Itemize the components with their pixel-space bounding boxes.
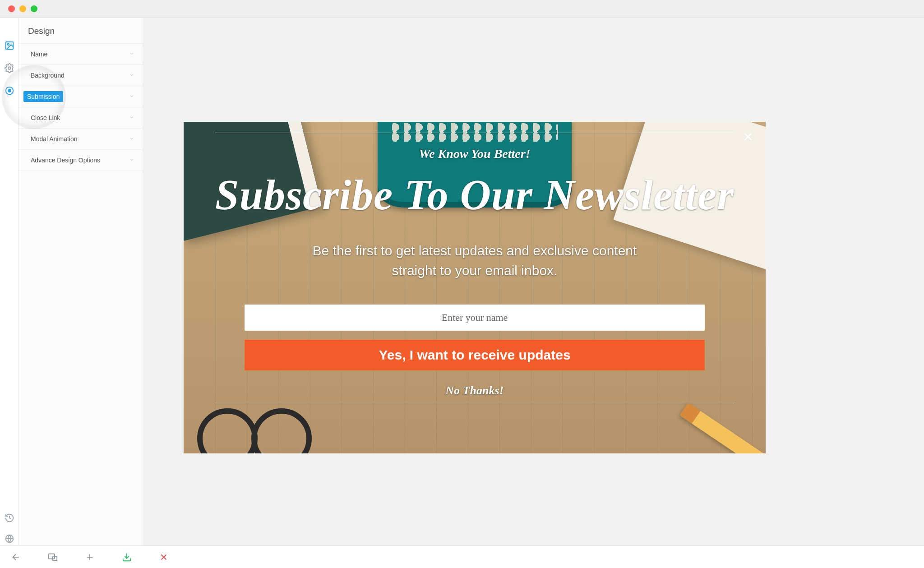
gear-icon[interactable] (5, 63, 14, 73)
panel-item-close-link[interactable]: Close Link (19, 107, 143, 128)
bottom-toolbar (0, 545, 924, 568)
panel-item-label: Modal Animation (27, 134, 81, 144)
chevron-down-icon (129, 135, 134, 143)
divider (215, 133, 734, 133)
panel-title: Design (19, 18, 143, 43)
responsive-icon[interactable] (48, 552, 58, 562)
modal-eyebrow-text: We Know You Better! (419, 147, 530, 161)
modal-subheading: Be the first to get latest updates and e… (290, 241, 660, 280)
modal-preview: We Know You Better! Subscribe To Our New… (184, 122, 766, 453)
svg-point-2 (8, 67, 11, 69)
download-icon[interactable] (122, 552, 132, 562)
main-body: Design Name Background Submission Close … (0, 18, 924, 545)
panel-item-background[interactable]: Background (19, 65, 143, 86)
chevron-down-icon (129, 157, 134, 164)
window-minimize-button[interactable] (19, 5, 26, 12)
app-window: Design Name Background Submission Close … (0, 0, 924, 568)
panel-item-label: Close Link (27, 112, 64, 123)
cancel-icon[interactable] (159, 552, 169, 562)
panel-item-label: Advance Design Options (27, 155, 104, 166)
window-zoom-button[interactable] (31, 5, 37, 12)
svg-point-1 (7, 43, 9, 45)
left-icon-rail (0, 18, 19, 545)
chevron-down-icon (129, 114, 134, 121)
decline-link[interactable]: No Thanks! (445, 384, 504, 397)
globe-icon[interactable] (5, 534, 14, 544)
modal-headline: Subscribe To Our Newsletter (215, 174, 734, 217)
panel-item-name[interactable]: Name (19, 43, 143, 65)
window-close-button[interactable] (8, 5, 15, 12)
back-icon[interactable] (11, 552, 21, 562)
window-titlebar (0, 0, 924, 18)
svg-point-4 (8, 89, 11, 92)
chevron-down-icon (129, 93, 134, 100)
modal-content: We Know You Better! Subscribe To Our New… (184, 122, 766, 453)
left-lower-rail (0, 513, 19, 544)
history-icon[interactable] (5, 513, 14, 523)
chevron-down-icon (129, 51, 134, 58)
chevron-down-icon (129, 72, 134, 79)
close-icon[interactable] (741, 130, 755, 143)
panel-item-advance-design-options[interactable]: Advance Design Options (19, 149, 143, 171)
panel-item-modal-animation[interactable]: Modal Animation (19, 128, 143, 149)
name-field[interactable] (245, 305, 705, 331)
preview-canvas: We Know You Better! Subscribe To Our New… (143, 18, 924, 545)
design-panel: Design Name Background Submission Close … (19, 18, 143, 545)
target-icon[interactable] (5, 86, 14, 96)
divider (215, 404, 734, 404)
panel-item-label: Background (27, 70, 68, 81)
add-icon[interactable] (85, 552, 95, 562)
panel-item-label: Submission (23, 91, 63, 102)
panel-item-label: Name (27, 49, 51, 60)
panel-item-submission[interactable]: Submission (19, 86, 143, 107)
submit-button[interactable]: Yes, I want to receive updates (245, 340, 705, 370)
image-icon[interactable] (5, 41, 14, 51)
